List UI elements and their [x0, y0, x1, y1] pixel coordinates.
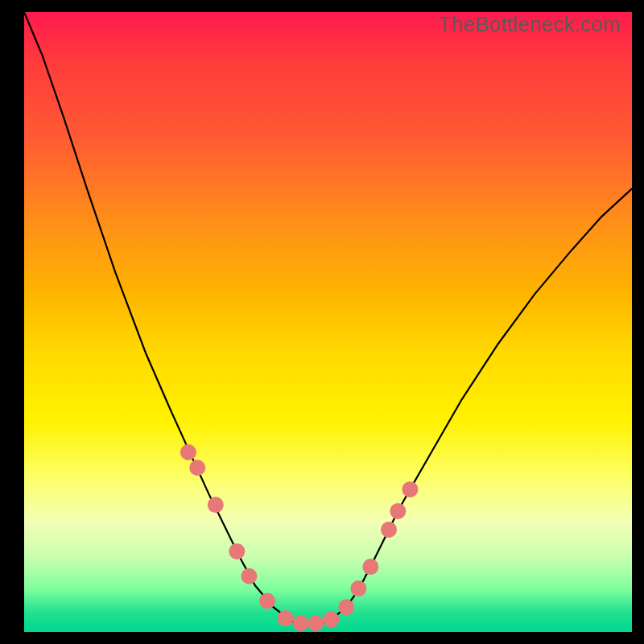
plot-area: TheBottleneck.com: [24, 12, 632, 632]
chart-stage: TheBottleneck.com: [0, 0, 644, 644]
marker-dot: [229, 543, 245, 559]
marker-dot: [241, 568, 257, 584]
marker-dot: [180, 444, 196, 460]
marker-dot: [278, 610, 294, 626]
marker-dot: [323, 612, 339, 628]
marker-dot: [308, 615, 324, 631]
marker-dot: [402, 481, 418, 497]
marker-dot: [189, 460, 205, 476]
marker-dot: [350, 580, 366, 597]
marker-dot: [208, 497, 224, 513]
marker-dot: [259, 593, 275, 609]
marker-dot-group: [180, 444, 419, 632]
marker-dot: [293, 615, 309, 631]
curve-svg: [24, 12, 632, 632]
marker-dot: [390, 503, 406, 519]
marker-dot: [381, 522, 397, 538]
marker-dot: [338, 599, 354, 615]
marker-dot: [362, 559, 378, 575]
bottleneck-curve: [24, 12, 632, 625]
